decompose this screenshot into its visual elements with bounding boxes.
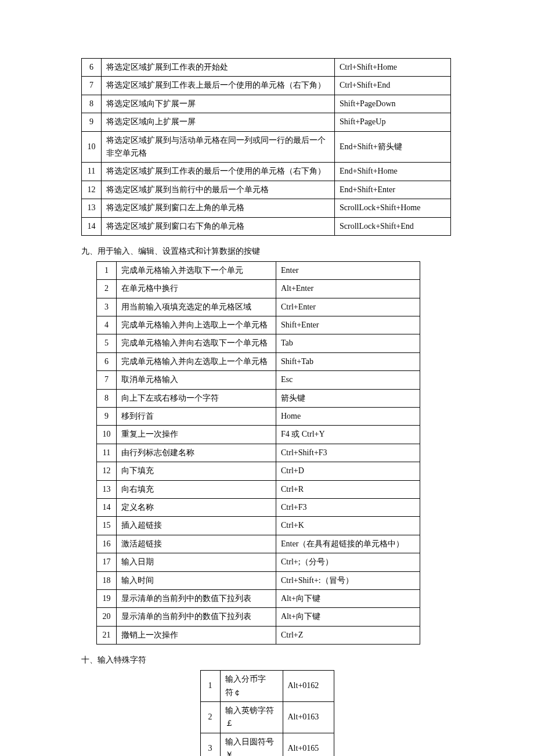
row-number: 11 (97, 444, 117, 462)
table-row: 2输入英镑字符￡Alt+0163 (200, 701, 334, 733)
table-row: 17输入日期Ctrl+;（分号） (97, 553, 420, 571)
table-row: 9将选定区域向上扩展一屏Shift+PageUp (82, 113, 451, 131)
row-description: 完成单元格输入并向上选取上一个单元格 (117, 316, 276, 334)
table-row: 10将选定区域扩展到与活动单元格在同一列或同一行的最后一个非空单元格End+Sh… (82, 131, 451, 163)
row-shortcut: Shift+Tab (276, 352, 420, 370)
row-shortcut: ScrollLock+Shift+Home (335, 199, 451, 217)
row-description: 将选定区域扩展到与活动单元格在同一列或同一行的最后一个非空单元格 (102, 131, 335, 163)
table-row: 11由行列标志创建名称Ctrl+Shift+F3 (97, 444, 420, 462)
table-row: 6将选定区域扩展到工作表的开始处Ctrl+Shift+Home (82, 59, 451, 77)
row-number: 11 (82, 163, 102, 181)
row-description: 输入时间 (117, 571, 276, 589)
row-number: 18 (97, 571, 117, 589)
table-row: 13将选定区域扩展到窗口左上角的单元格ScrollLock+Shift+Home (82, 199, 451, 217)
row-description: 将选定区域扩展到窗口左上角的单元格 (102, 199, 335, 217)
row-shortcut: Enter（在具有超链接的单元格中） (276, 535, 420, 553)
row-shortcut: F4 或 Ctrl+Y (276, 426, 420, 444)
table-row: 7将选定区域扩展到工作表上最后一个使用的单元格（右下角）Ctrl+Shift+E… (82, 77, 451, 95)
row-number: 15 (97, 517, 117, 535)
row-description: 显示清单的当前列中的数值下拉列表 (117, 589, 276, 607)
shortcut-table-input: 1完成单元格输入并选取下一个单元Enter2在单元格中换行Alt+Enter3用… (96, 261, 420, 645)
row-number: 7 (82, 77, 102, 95)
row-number: 13 (82, 199, 102, 217)
row-number: 9 (82, 113, 102, 131)
row-description: 由行列标志创建名称 (117, 444, 276, 462)
table-row: 4完成单元格输入并向上选取上一个单元格Shift+Enter (97, 316, 420, 334)
row-description: 将选定区域扩展到当前行中的最后一个单元格 (102, 181, 335, 199)
row-description: 输入分币字符￠ (220, 671, 283, 702)
row-number: 10 (97, 426, 117, 444)
row-description: 将选定区域向下扩展一屏 (102, 95, 335, 113)
row-shortcut: Enter (276, 261, 420, 279)
row-description: 移到行首 (117, 408, 276, 426)
row-number: 1 (200, 671, 220, 702)
row-description: 将选定区域扩展到工作表的开始处 (102, 59, 335, 77)
row-shortcut: End+Shift+Home (335, 163, 451, 181)
row-shortcut: Ctrl+F3 (276, 498, 420, 516)
table-row: 1完成单元格输入并选取下一个单元Enter (97, 261, 420, 279)
table-row: 7取消单元格输入Esc (97, 371, 420, 389)
table-row: 8将选定区域向下扩展一屏Shift+PageDown (82, 95, 451, 113)
row-number: 4 (97, 316, 117, 334)
table-row: 15插入超链接Ctrl+K (97, 517, 420, 535)
table-row: 3输入日圆符号￥Alt+0165 (200, 733, 334, 756)
table-row: 11将选定区域扩展到工作表的最后一个使用的单元格（右下角）End+Shift+H… (82, 163, 451, 181)
table-row: 2在单元格中换行Alt+Enter (97, 280, 420, 298)
row-description: 激活超链接 (117, 535, 276, 553)
table-row: 14将选定区域扩展到窗口右下角的单元格ScrollLock+Shift+End (82, 217, 451, 235)
row-shortcut: Shift+Enter (276, 316, 420, 334)
row-number: 8 (82, 95, 102, 113)
row-shortcut: Ctrl+Z (276, 626, 420, 644)
row-shortcut: Ctrl+Shift+End (335, 77, 451, 95)
row-description: 向上下左或右移动一个字符 (117, 389, 276, 407)
row-number: 16 (97, 535, 117, 553)
row-number: 3 (97, 298, 117, 316)
row-shortcut: Alt+Enter (276, 280, 420, 298)
row-number: 13 (97, 480, 117, 498)
table-row: 14定义名称Ctrl+F3 (97, 498, 420, 516)
row-number: 14 (97, 498, 117, 516)
row-shortcut: Ctrl+;（分号） (276, 553, 420, 571)
row-number: 12 (82, 181, 102, 199)
row-shortcut: Ctrl+Shift+Home (335, 59, 451, 77)
row-number: 19 (97, 589, 117, 607)
row-shortcut: Alt+向下键 (276, 608, 420, 626)
row-description: 插入超链接 (117, 517, 276, 535)
row-description: 定义名称 (117, 498, 276, 516)
row-number: 6 (82, 59, 102, 77)
table-row: 5完成单元格输入并向右选取下一个单元格Tab (97, 334, 420, 352)
row-description: 在单元格中换行 (117, 280, 276, 298)
shortcut-table-selection: 6将选定区域扩展到工作表的开始处Ctrl+Shift+Home7将选定区域扩展到… (81, 58, 451, 236)
row-shortcut: End+Shift+Enter (335, 181, 451, 199)
row-number: 14 (82, 217, 102, 235)
row-shortcut: End+Shift+箭头键 (335, 131, 451, 163)
row-description: 重复上一次操作 (117, 426, 276, 444)
row-number: 5 (97, 334, 117, 352)
table-row: 9移到行首Home (97, 408, 420, 426)
row-number: 2 (97, 280, 117, 298)
table-row: 8向上下左或右移动一个字符箭头键 (97, 389, 420, 407)
row-description: 完成单元格输入并选取下一个单元 (117, 261, 276, 279)
row-number: 7 (97, 371, 117, 389)
row-shortcut: ScrollLock+Shift+End (335, 217, 451, 235)
row-number: 9 (97, 408, 117, 426)
row-shortcut: Ctrl+Shift+F3 (276, 444, 420, 462)
row-number: 3 (200, 733, 220, 756)
row-shortcut: Ctrl+R (276, 480, 420, 498)
row-number: 20 (97, 608, 117, 626)
row-description: 撤销上一次操作 (117, 626, 276, 644)
row-shortcut: Shift+PageDown (335, 95, 451, 113)
row-shortcut: Alt+0163 (283, 701, 334, 733)
table-row: 6完成单元格输入并向左选取上一个单元格Shift+Tab (97, 352, 420, 370)
row-number: 1 (97, 261, 117, 279)
row-number: 17 (97, 553, 117, 571)
row-description: 输入日圆符号￥ (220, 733, 283, 756)
row-shortcut: Shift+PageUp (335, 113, 451, 131)
row-number: 21 (97, 626, 117, 644)
row-description: 显示清单的当前列中的数值下拉列表 (117, 608, 276, 626)
table-row: 18输入时间Ctrl+Shift+:（冒号） (97, 571, 420, 589)
table-row: 12向下填充Ctrl+D (97, 462, 420, 480)
table-row: 12将选定区域扩展到当前行中的最后一个单元格End+Shift+Enter (82, 181, 451, 199)
row-description: 用当前输入项填充选定的单元格区域 (117, 298, 276, 316)
row-description: 完成单元格输入并向右选取下一个单元格 (117, 334, 276, 352)
